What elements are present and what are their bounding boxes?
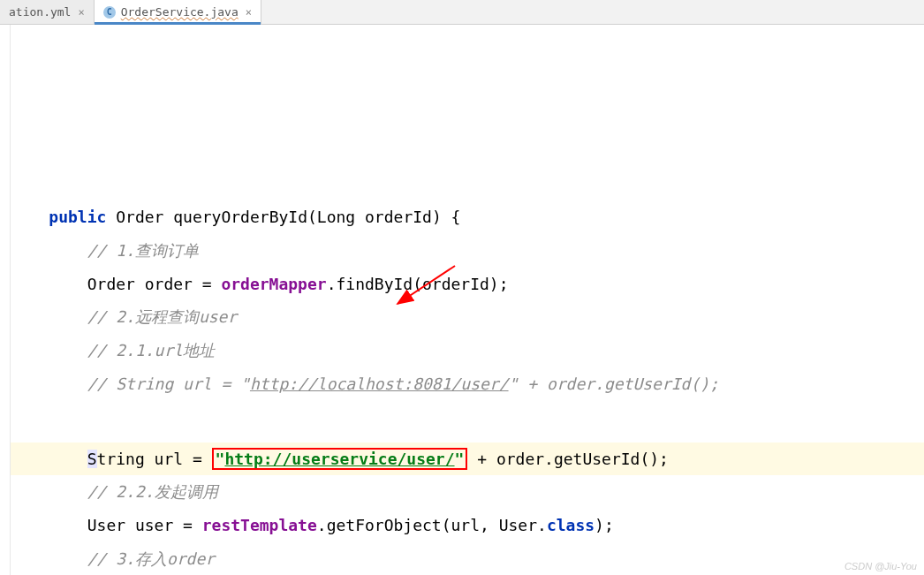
code-line: // 3.存入order — [11, 549, 215, 568]
code-line: Order order = orderMapper.findById(order… — [11, 275, 509, 293]
tab-bar: ation.yml × C OrderService.java × — [0, 0, 924, 25]
code-line: // 1.查询订单 — [11, 241, 199, 260]
tab-orderservice[interactable]: C OrderService.java × — [95, 0, 261, 24]
close-icon[interactable]: × — [246, 6, 252, 19]
code-line: public Order queryOrderById(Long orderId… — [11, 208, 460, 226]
code-line: // 2.1.url地址 — [11, 341, 215, 359]
code-line — [11, 174, 604, 193]
close-icon[interactable]: × — [78, 6, 84, 19]
gutter — [0, 25, 11, 575]
code-line: // String url = "http://localhost:8081/u… — [11, 375, 719, 393]
code-editor[interactable]: public Order queryOrderById(Long orderId… — [0, 25, 924, 575]
code-line: String url = "http://userservice/user/" … — [11, 443, 924, 476]
watermark: CSDN @Jiu-You — [844, 561, 917, 571]
code-line — [11, 401, 924, 409]
tab-yml[interactable]: ation.yml × — [0, 0, 95, 24]
code-line: // 2.远程查询user — [11, 307, 237, 326]
code-line: User user = restTemplate.getForObject(ur… — [11, 516, 614, 534]
class-icon: C — [103, 6, 116, 19]
tab-label: ation.yml — [9, 5, 71, 19]
code-line: // 2.2.发起调用 — [11, 482, 218, 501]
code-content: public Order queryOrderById(Long orderId… — [11, 133, 924, 575]
tab-label: OrderService.java — [121, 5, 239, 19]
